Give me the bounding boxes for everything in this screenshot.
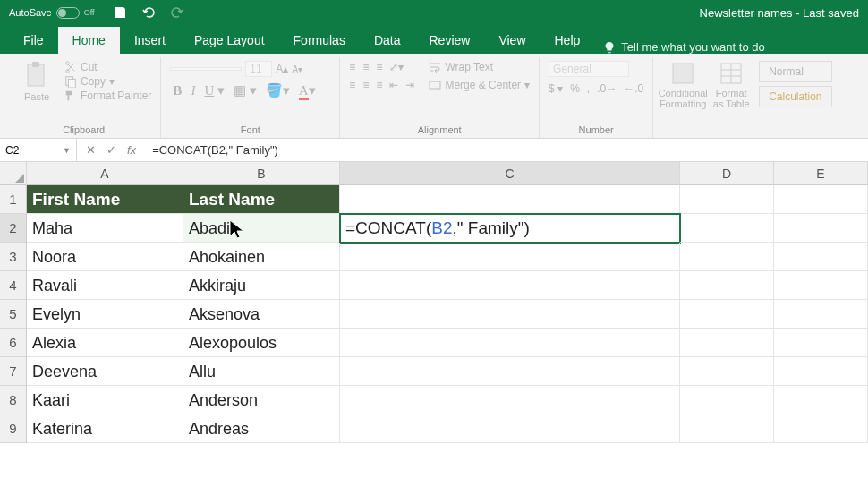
cell[interactable]	[340, 329, 680, 357]
tab-data[interactable]: Data	[360, 27, 415, 54]
cell[interactable]	[774, 185, 868, 214]
conditional-formatting-button[interactable]: Conditional Formatting	[662, 61, 703, 109]
column-header-c[interactable]: C	[340, 162, 680, 185]
row-header[interactable]: 2	[0, 214, 27, 243]
undo-icon[interactable]	[141, 5, 156, 20]
row-header[interactable]: 7	[0, 357, 27, 386]
fill-color-button[interactable]: 🪣▾	[263, 82, 293, 98]
tab-review[interactable]: Review	[415, 27, 485, 54]
column-header-d[interactable]: D	[680, 162, 774, 185]
align-right-icon[interactable]: ≡	[376, 79, 382, 91]
align-center-icon[interactable]: ≡	[362, 79, 369, 91]
cell[interactable]	[774, 386, 868, 414]
tab-page-layout[interactable]: Page Layout	[180, 27, 279, 54]
tell-me-search[interactable]: Tell me what you want to do	[603, 40, 764, 54]
tab-insert[interactable]: Insert	[120, 27, 180, 54]
cell[interactable]	[774, 271, 868, 300]
cell[interactable]: First Name	[27, 185, 183, 214]
row-header[interactable]: 6	[0, 329, 27, 357]
cell[interactable]	[774, 357, 868, 386]
save-icon[interactable]	[113, 5, 127, 20]
cell[interactable]	[340, 185, 680, 214]
tab-view[interactable]: View	[484, 27, 540, 54]
fx-icon[interactable]: fx	[127, 143, 136, 157]
cell[interactable]	[340, 271, 680, 300]
bold-button[interactable]: B	[170, 83, 184, 98]
cell[interactable]: Evelyn	[27, 300, 183, 329]
cell[interactable]	[774, 414, 868, 443]
cell[interactable]	[340, 414, 680, 443]
cell[interactable]: Alexopoulos	[183, 329, 340, 357]
cell[interactable]	[680, 214, 774, 243]
font-size-select[interactable]: 11	[245, 61, 272, 77]
decrease-decimal-icon[interactable]: ←.0	[624, 82, 643, 95]
autosave-toggle[interactable]: AutoSave Off	[9, 7, 95, 19]
cell[interactable]	[680, 386, 774, 414]
cell[interactable]	[774, 243, 868, 271]
cell[interactable]	[774, 300, 868, 329]
row-header[interactable]: 8	[0, 386, 27, 414]
cancel-formula-icon[interactable]: ✕	[86, 143, 96, 157]
cell[interactable]: Last Name	[183, 185, 340, 214]
formula-input[interactable]: =CONCAT(B2," Family")	[145, 143, 278, 157]
italic-button[interactable]: I	[188, 83, 198, 98]
cell[interactable]: Aksenova	[183, 300, 340, 329]
increase-indent-icon[interactable]: ⇥	[405, 79, 414, 91]
cell[interactable]: Kaari	[27, 386, 183, 414]
cell[interactable]	[680, 243, 774, 271]
copy-button[interactable]: Copy ▾	[64, 75, 151, 88]
paste-button[interactable]: Paste	[16, 61, 57, 102]
select-all-corner[interactable]	[0, 162, 27, 185]
cell[interactable]	[680, 357, 774, 386]
column-header-a[interactable]: A	[27, 162, 183, 185]
cell[interactable]: Deevena	[27, 357, 183, 386]
merge-center-button[interactable]: Merge & Center ▾	[429, 79, 530, 91]
cell[interactable]	[774, 214, 868, 243]
style-calculation[interactable]: Calculation	[759, 86, 832, 107]
cell[interactable]: Maha	[27, 214, 183, 243]
enter-formula-icon[interactable]: ✓	[106, 143, 116, 157]
row-header[interactable]: 5	[0, 300, 27, 329]
cell[interactable]	[680, 185, 774, 214]
cell[interactable]: Anderson	[183, 386, 340, 414]
row-header[interactable]: 4	[0, 271, 27, 300]
cell[interactable]: Akkiraju	[183, 271, 340, 300]
align-left-icon[interactable]: ≡	[349, 79, 355, 91]
cell[interactable]: Ahokainen	[183, 243, 340, 271]
percent-button[interactable]: %	[570, 82, 580, 95]
tab-home[interactable]: Home	[58, 27, 120, 54]
orientation-icon[interactable]: ⤢▾	[389, 61, 404, 73]
cell[interactable]	[680, 329, 774, 357]
comma-button[interactable]: ,	[587, 82, 590, 95]
currency-button[interactable]: $ ▾	[549, 82, 563, 95]
tab-file[interactable]: File	[9, 27, 58, 54]
cell[interactable]	[680, 271, 774, 300]
row-header[interactable]: 3	[0, 243, 27, 271]
align-top-icon[interactable]: ≡	[349, 61, 355, 73]
font-name-select[interactable]	[170, 67, 242, 71]
format-painter-button[interactable]: Format Painter	[64, 90, 151, 102]
cell-active[interactable]: =CONCAT(B2," Family")	[340, 214, 680, 243]
number-format-select[interactable]: General	[549, 61, 629, 77]
borders-button[interactable]: ▦ ▾	[231, 82, 260, 98]
cell[interactable]: Noora	[27, 243, 183, 271]
cell[interactable]: Katerina	[27, 414, 183, 443]
cell[interactable]: Allu	[183, 357, 340, 386]
cell[interactable]: Abadi	[183, 214, 340, 243]
column-header-e[interactable]: E	[774, 162, 868, 185]
format-as-table-button[interactable]: Format as Table	[711, 61, 752, 109]
cell[interactable]	[774, 329, 868, 357]
redo-icon[interactable]	[170, 5, 184, 20]
row-header[interactable]: 1	[0, 185, 27, 214]
font-color-button[interactable]: A▾	[296, 82, 319, 98]
align-bottom-icon[interactable]: ≡	[376, 61, 382, 73]
cell[interactable]: Andreas	[183, 414, 340, 443]
tab-help[interactable]: Help	[540, 27, 595, 54]
cell[interactable]	[340, 243, 680, 271]
cell[interactable]	[340, 300, 680, 329]
cell[interactable]	[340, 386, 680, 414]
wrap-text-button[interactable]: Wrap Text	[429, 61, 530, 73]
decrease-font-icon[interactable]: A▾	[292, 64, 302, 74]
underline-button[interactable]: U ▾	[201, 82, 227, 98]
cell[interactable]	[680, 414, 774, 443]
